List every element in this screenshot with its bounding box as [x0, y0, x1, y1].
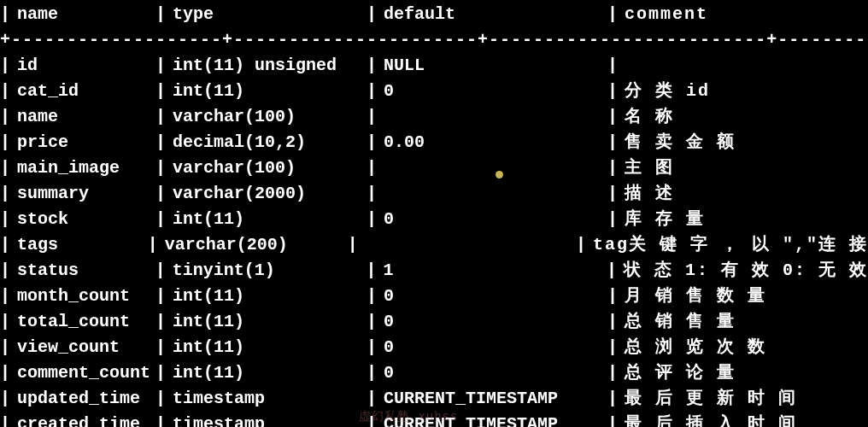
pipe-icon: |	[367, 360, 377, 386]
cell-default: 0	[377, 207, 607, 232]
cell-name: stock	[10, 207, 155, 232]
pipe-icon: |	[607, 53, 618, 79]
pipe-icon: |	[576, 232, 586, 258]
cell-type: varchar(100)	[166, 104, 367, 130]
cell-name: name	[10, 104, 155, 130]
cell-type: timestamp	[166, 386, 367, 412]
pipe-icon: |	[155, 207, 166, 232]
cell-comment: 最 后 插 入 时 间	[618, 412, 868, 427]
cell-type: int(11)	[166, 335, 367, 360]
table-row: |tags|varchar(200)||tag关 键 字 ， 以 ","连 接	[0, 232, 868, 258]
pipe-icon: |	[607, 360, 618, 386]
cell-name: price	[10, 130, 155, 155]
cell-comment: 售 卖 金 额	[618, 130, 868, 155]
cell-type: int(11)	[166, 360, 367, 386]
header-comment: comment	[618, 2, 868, 27]
pipe-icon: |	[607, 207, 618, 232]
pipe-icon: |	[607, 335, 618, 360]
cell-type: varchar(200)	[158, 232, 348, 258]
cell-name: created_time	[10, 412, 155, 427]
cell-comment: 月 销 售 数 量	[618, 284, 868, 309]
cell-type: varchar(100)	[166, 155, 367, 181]
pipe-icon: |	[367, 207, 377, 232]
table-body: |id|int(11) unsigned|NULL||cat_id|int(11…	[0, 53, 868, 427]
pipe-icon: |	[155, 412, 166, 427]
pipe-icon: |	[0, 309, 10, 335]
table-row: |main_image|varchar(100)||主 图	[0, 155, 868, 181]
cell-default: 0	[377, 79, 607, 104]
cell-name: view_count	[10, 335, 155, 360]
pipe-icon: |	[367, 53, 377, 79]
pipe-icon: |	[348, 232, 358, 258]
cell-default: 0	[377, 284, 607, 309]
header-type: type	[166, 2, 367, 27]
pipe-icon: |	[155, 258, 166, 284]
pipe-icon: |	[148, 232, 158, 258]
pipe-icon: |	[155, 386, 166, 412]
cell-comment: 最 后 更 新 时 间	[618, 386, 868, 412]
pipe-icon: |	[367, 79, 377, 104]
table-row: |status|tinyint(1)|1|状 态 1: 有 效 0: 无 效	[0, 258, 868, 284]
pipe-icon: |	[367, 309, 377, 335]
cell-name: month_count	[10, 284, 155, 309]
cell-comment: 描 述	[618, 181, 868, 207]
table-row: |name|varchar(100)||名 称	[0, 104, 868, 130]
pipe-icon: |	[155, 53, 166, 79]
cell-default: 0	[377, 309, 607, 335]
pipe-icon: |	[0, 181, 10, 207]
cell-type: varchar(2000)	[166, 181, 367, 207]
cell-type: int(11) unsigned	[166, 53, 367, 79]
pipe-icon: |	[0, 284, 10, 309]
pipe-icon: |	[607, 258, 617, 284]
cell-name: cat_id	[10, 79, 155, 104]
pipe-icon: |	[367, 155, 377, 181]
pipe-icon: |	[0, 104, 10, 130]
cursor-dot-icon	[496, 171, 503, 178]
cell-comment: 总 评 论 量	[618, 360, 868, 386]
cell-comment: 名 称	[618, 104, 868, 130]
table-row: |total_count|int(11)|0|总 销 售 量	[0, 309, 868, 335]
table-row: |summary|varchar(2000)||描 述	[0, 181, 868, 207]
cell-name: id	[10, 53, 155, 79]
pipe-icon: |	[0, 335, 10, 360]
cell-default: 1	[376, 258, 607, 284]
cell-comment: 库 存 量	[618, 207, 868, 232]
pipe-icon: |	[155, 155, 166, 181]
table-row: |comment_count|int(11)|0|总 评 论 量	[0, 360, 868, 386]
pipe-icon: |	[367, 181, 377, 207]
pipe-icon: |	[0, 2, 10, 27]
table-header-row: | name | type | default | comment	[0, 2, 868, 27]
cell-name: main_image	[10, 155, 155, 181]
table-row: |price|decimal(10,2)|0.00|售 卖 金 额	[0, 130, 868, 155]
separator-row: +-------------------+-------------------…	[0, 27, 868, 53]
cell-type: int(11)	[166, 309, 367, 335]
pipe-icon: |	[0, 232, 10, 258]
pipe-icon: |	[367, 130, 377, 155]
cell-name: total_count	[10, 309, 155, 335]
pipe-icon: |	[0, 155, 10, 181]
cell-comment: 总 浏 览 次 数	[618, 335, 868, 360]
cell-type: timestamp	[166, 412, 367, 427]
pipe-icon: |	[607, 412, 618, 427]
pipe-icon: |	[367, 284, 377, 309]
pipe-icon: |	[0, 53, 10, 79]
pipe-icon: |	[366, 258, 376, 284]
table-row: |view_count|int(11)|0|总 浏 览 次 数	[0, 335, 868, 360]
cell-comment: tag关 键 字 ， 以 ","连 接	[586, 232, 868, 258]
pipe-icon: |	[155, 104, 166, 130]
cell-type: tinyint(1)	[166, 258, 367, 284]
cell-default: 0	[377, 335, 607, 360]
cell-default: 0.00	[377, 130, 607, 155]
pipe-icon: |	[155, 360, 166, 386]
pipe-icon: |	[155, 335, 166, 360]
pipe-icon: |	[155, 130, 166, 155]
pipe-icon: |	[0, 258, 10, 284]
pipe-icon: |	[155, 284, 166, 309]
pipe-icon: |	[367, 104, 377, 130]
cell-name: comment_count	[10, 360, 155, 386]
pipe-icon: |	[0, 386, 10, 412]
pipe-icon: |	[0, 360, 10, 386]
header-name: name	[10, 2, 155, 27]
pipe-icon: |	[607, 2, 618, 27]
pipe-icon: |	[607, 181, 618, 207]
